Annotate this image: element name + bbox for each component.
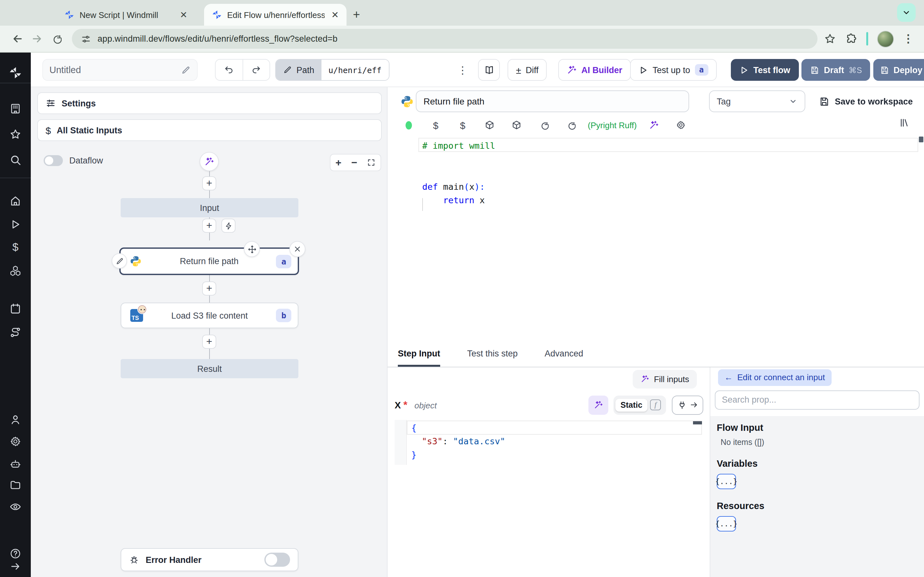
editor-settings-icon[interactable] bbox=[668, 120, 695, 130]
insert-step-button[interactable]: + bbox=[202, 282, 216, 295]
ai-wand-icon[interactable] bbox=[641, 120, 668, 130]
reload-button[interactable] bbox=[46, 29, 65, 48]
sidebar-expand-icon[interactable] bbox=[10, 561, 21, 574]
forward-button[interactable] bbox=[27, 29, 46, 48]
static-mode-pill[interactable]: Static bbox=[615, 398, 648, 411]
package-icon[interactable] bbox=[476, 120, 503, 130]
tab-test-this-step[interactable]: Test this step bbox=[467, 343, 518, 366]
json-lines[interactable]: { "s3": "data.csv"} bbox=[411, 421, 699, 462]
sidebar-item-workers[interactable] bbox=[9, 458, 21, 472]
flow-input-node[interactable]: Input bbox=[121, 198, 298, 218]
redo-button[interactable] bbox=[242, 60, 270, 80]
input-mode-switch[interactable]: Static f bbox=[614, 395, 666, 414]
error-handler-card[interactable]: Error Handler bbox=[121, 548, 298, 571]
package-icon[interactable] bbox=[503, 120, 530, 130]
dataflow-toggle[interactable] bbox=[44, 155, 63, 166]
error-handler-toggle[interactable] bbox=[264, 553, 290, 567]
edit-step-button[interactable] bbox=[111, 253, 127, 269]
insert-step-button[interactable]: + bbox=[202, 335, 216, 349]
sidebar-item-folders[interactable] bbox=[9, 479, 21, 494]
flow-name-input[interactable]: Untitled bbox=[42, 59, 198, 81]
add-trigger-button[interactable] bbox=[221, 219, 236, 233]
new-tab-button[interactable]: + bbox=[353, 8, 360, 21]
search-prop-input[interactable]: Search prop... bbox=[715, 390, 919, 409]
sidebar-item-home[interactable] bbox=[9, 195, 21, 210]
ai-flow-wand-button[interactable] bbox=[200, 152, 219, 171]
edit-or-connect-button[interactable]: ← Edit or connect an input bbox=[718, 369, 831, 386]
profile-avatar[interactable] bbox=[877, 31, 894, 47]
browser-menu-icon[interactable]: ⋮ bbox=[903, 32, 914, 45]
fullscreen-icon[interactable] bbox=[367, 158, 376, 167]
test-flow-button[interactable]: Test flow bbox=[731, 59, 798, 81]
resources-object-button[interactable]: {...} bbox=[717, 516, 736, 531]
browser-tab-inactive[interactable]: New Script | Windmill ✕ bbox=[57, 4, 195, 26]
sidebar-item-variables[interactable]: $ bbox=[13, 241, 19, 254]
back-button[interactable] bbox=[8, 29, 27, 48]
sidebar-item-users[interactable] bbox=[9, 414, 21, 428]
sidebar-item-help[interactable] bbox=[9, 548, 21, 562]
reload-icon[interactable] bbox=[557, 120, 584, 130]
ai-builder-button[interactable]: AI Builder bbox=[558, 59, 631, 81]
docs-button[interactable] bbox=[478, 59, 500, 81]
all-static-inputs-card[interactable]: $ All Static Inputs bbox=[37, 119, 382, 141]
undo-button[interactable] bbox=[216, 60, 242, 80]
bookmark-star-icon[interactable] bbox=[824, 33, 836, 45]
scrollbar-thumb[interactable] bbox=[693, 421, 702, 424]
scrollbar-thumb[interactable] bbox=[919, 137, 923, 142]
sidebar-item-routes[interactable] bbox=[9, 326, 21, 341]
save-to-workspace-button[interactable]: Save to workspace bbox=[819, 90, 913, 112]
fill-inputs-button[interactable]: Fill inputs bbox=[633, 370, 697, 388]
library-icon[interactable] bbox=[899, 117, 910, 131]
sidebar-item-resources[interactable] bbox=[9, 265, 21, 279]
tab-search-button[interactable] bbox=[897, 3, 916, 22]
browser-tab-active[interactable]: Edit Flow u/henri/effortless_fl ✕ bbox=[204, 4, 347, 26]
move-step-button[interactable] bbox=[244, 241, 260, 257]
flow-result-node[interactable]: Result bbox=[121, 359, 298, 378]
sidebar-item-runs[interactable] bbox=[10, 219, 21, 233]
insert-step-button[interactable]: + bbox=[202, 176, 216, 190]
extensions-puzzle-icon[interactable] bbox=[845, 33, 857, 45]
reload-icon[interactable] bbox=[530, 120, 557, 130]
sidebar-item-favorites[interactable] bbox=[9, 128, 21, 143]
tab-close-icon[interactable]: ✕ bbox=[330, 10, 340, 20]
tab-close-icon[interactable]: ✕ bbox=[179, 10, 189, 20]
zoom-out-button[interactable]: − bbox=[351, 157, 357, 168]
deploy-button[interactable]: Deploy bbox=[873, 59, 924, 81]
settings-card[interactable]: Settings bbox=[37, 92, 382, 114]
lint-assistants-label[interactable]: (Pyright Ruff) bbox=[584, 120, 641, 130]
variables-icon[interactable]: $ bbox=[422, 119, 449, 131]
resources-icon[interactable]: $ bbox=[449, 119, 476, 131]
sidebar-item-audit-logs[interactable] bbox=[9, 501, 21, 516]
code-lines[interactable]: # import wmill def main(x): return x bbox=[422, 139, 915, 207]
sidebar-item-workspace[interactable] bbox=[9, 103, 21, 117]
path-chip[interactable]: Path u/henri/eff bbox=[275, 59, 389, 81]
sidebar-item-schedules[interactable] bbox=[9, 303, 21, 318]
address-bar[interactable]: app.windmill.dev/flows/edit/u/henri/effo… bbox=[72, 29, 817, 49]
json-value-editor[interactable]: { "s3": "data.csv"} bbox=[395, 420, 704, 464]
connect-input-button[interactable] bbox=[672, 395, 703, 414]
delete-step-button[interactable] bbox=[289, 241, 305, 257]
more-options-icon[interactable]: ⋮ bbox=[453, 59, 472, 81]
test-up-to-button[interactable]: Test up to a bbox=[630, 59, 717, 81]
code-editor[interactable]: # import wmill def main(x): return x bbox=[388, 133, 924, 343]
search-placeholder: Search prop... bbox=[722, 395, 776, 405]
windmill-logo-icon[interactable] bbox=[9, 66, 22, 82]
insert-step-button[interactable]: + bbox=[202, 219, 216, 233]
tag-select[interactable]: Tag bbox=[709, 90, 805, 112]
diff-button[interactable]: ± Diff bbox=[507, 59, 547, 81]
sidebar-item-settings[interactable] bbox=[9, 435, 21, 450]
flow-step-b-node[interactable]: TS Load S3 file content b bbox=[121, 303, 298, 328]
chevron-down-icon bbox=[901, 8, 911, 17]
tab-step-input[interactable]: Step Input bbox=[398, 343, 440, 366]
draft-button[interactable]: Draft ⌘S bbox=[801, 59, 871, 81]
flow-step-a-node[interactable]: Return file path a bbox=[120, 247, 299, 275]
step-name-input[interactable]: Return file path bbox=[416, 90, 689, 112]
site-settings-icon[interactable] bbox=[81, 34, 91, 44]
function-mode-icon[interactable]: f bbox=[650, 400, 661, 410]
tab-advanced[interactable]: Advanced bbox=[545, 343, 583, 366]
ai-fill-field-button[interactable] bbox=[588, 395, 608, 414]
sidebar-item-search[interactable] bbox=[9, 154, 21, 169]
diff-label: Diff bbox=[525, 65, 538, 75]
zoom-in-button[interactable]: + bbox=[335, 157, 341, 168]
variables-object-button[interactable]: {...} bbox=[717, 474, 736, 489]
